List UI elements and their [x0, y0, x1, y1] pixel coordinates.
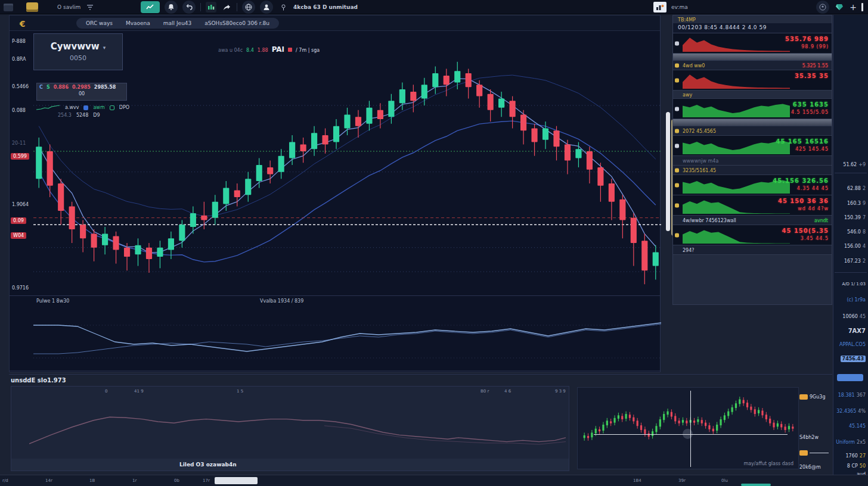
- watchlist-row[interactable]: 3235/5161.45: [673, 166, 832, 175]
- row-price: 45 165 16516425 145.45: [776, 138, 829, 153]
- subpanel-divider: [10, 295, 660, 296]
- watchlist-row[interactable]: [673, 54, 832, 61]
- right-panel-item-10: 8 CP50: [847, 463, 866, 469]
- watchlist-row[interactable]: 4wd ww05.325 1.55: [673, 61, 832, 70]
- tab-0[interactable]: ORC ways: [86, 20, 113, 26]
- euro-logo-icon: €: [17, 18, 28, 29]
- globe-icon[interactable]: [242, 1, 255, 14]
- toolbar-divider: [237, 3, 237, 11]
- stats-icon[interactable]: [653, 2, 666, 13]
- right-panel-item-3[interactable]: 7456.43: [841, 356, 866, 362]
- right-panel-item-6: 32.43654%: [836, 409, 866, 414]
- symbol-name: Cywvwvw▾: [34, 41, 122, 52]
- right-axis-value-8: (c) 1r9a: [847, 297, 866, 303]
- subpanel-center-label: Vvalba 1934 / 839: [260, 298, 303, 304]
- watchlist-tag: TB:4MP: [673, 15, 832, 23]
- app-logo-icon[interactable]: [26, 2, 38, 12]
- row-value: avndt: [814, 217, 828, 223]
- axis-suffix: 2: [863, 258, 866, 264]
- share-arrow-icon[interactable]: [221, 2, 232, 13]
- right-panel-item-7: 45.145: [849, 423, 866, 429]
- watchlist-row[interactable]: 294?: [673, 245, 832, 255]
- undo-arrow-icon[interactable]: [182, 1, 196, 14]
- watchlist-row[interactable]: 45 150 36 36wd 4d 4?w: [673, 195, 832, 216]
- row-sparkline: [683, 35, 790, 52]
- chart-mode-button[interactable]: [141, 1, 160, 13]
- profile-circle-icon[interactable]: [816, 1, 829, 14]
- row-label: 294?: [683, 247, 695, 253]
- row-price: 535.76 98998.9 (99): [785, 35, 829, 51]
- watchlist-row[interactable]: 4w/wwbr 7456123wallavndt: [673, 216, 832, 225]
- watchlist-row[interactable]: 535.76 98998.9 (99): [673, 33, 832, 54]
- left-axis-label-2: 0.5466: [12, 84, 29, 89]
- watchlist-row[interactable]: 2072 45.4565: [673, 126, 832, 136]
- price-sub: 4.35 44 45: [773, 185, 829, 192]
- right-axis-value-6: 167.232: [844, 258, 866, 264]
- row-label: 4wd ww0: [683, 63, 705, 68]
- price-main: 535.76 989: [785, 35, 829, 43]
- axis-suffix: 7: [863, 215, 866, 220]
- watchlist-row[interactable]: wwwwnjw m4a: [673, 156, 832, 166]
- left-axis-label-9: 0.9716: [12, 285, 29, 291]
- row-icon: [675, 129, 679, 133]
- price-sub: 3.45 44.5: [782, 235, 829, 242]
- row-price: 45 150(5.353.45 44.5: [782, 227, 829, 242]
- right-axis-value-2: 160.39: [847, 201, 866, 206]
- watchlist-row[interactable]: 45 150(5.353.45 44.5: [673, 225, 832, 245]
- horizontal-scrollbar-thumb[interactable]: [215, 477, 258, 484]
- bell-icon[interactable]: [165, 1, 178, 14]
- top-toolbar: O savlim: [0, 0, 868, 14]
- vertical-scrollbar[interactable]: [666, 112, 670, 231]
- watchlist-row[interactable]: awy: [673, 91, 832, 99]
- watchlist-row[interactable]: 45.156 326.564.35 44 45: [673, 175, 832, 195]
- pin-icon[interactable]: [278, 2, 289, 13]
- price-sub: wd 4d 4?w: [778, 205, 829, 213]
- candlestick-view-icon[interactable]: [206, 2, 216, 13]
- time-tick-6: 1B4: [633, 478, 641, 483]
- time-tick-4: 0b: [174, 478, 179, 483]
- watchlist-row[interactable]: 635 16354.5 155/5.05: [673, 99, 832, 119]
- candlestick-chart[interactable]: [33, 52, 661, 294]
- panel-suffix: 50: [860, 463, 866, 469]
- chart-header: € ORC waysMvaoenamall Jeu43aSOHsS80eco0 …: [10, 15, 660, 31]
- price-main: 35.35 35: [795, 72, 829, 80]
- bottom-left-chart-panel[interactable]: 041 91 5B0 r4 69 3 9 Liled O3 ozawab4n: [11, 386, 569, 471]
- user-icon[interactable]: [260, 1, 273, 14]
- panel-suffix: 45: [860, 314, 866, 319]
- left-axis-label-7: 0.09: [11, 217, 26, 224]
- watchlist-row[interactable]: 45 165 16516425 145.45: [673, 136, 832, 156]
- bottom-left-tick-5: 9 3 9: [555, 389, 566, 394]
- panel-suffix: 367: [857, 392, 866, 398]
- add-button[interactable]: +: [850, 2, 857, 12]
- crosshair-vertical: [690, 391, 691, 467]
- watchlist-row[interactable]: [673, 119, 832, 126]
- bottom-left-label: Liled O3 ozawab4n: [179, 462, 237, 468]
- row-icon: [675, 144, 679, 148]
- mini-candle-panel[interactable]: may/affut glass dasd: [577, 387, 799, 469]
- price-main: 45 150 36 36: [778, 197, 829, 205]
- blue-button[interactable]: [837, 374, 863, 381]
- tab-1[interactable]: Mvaoena: [126, 20, 150, 26]
- tab-3[interactable]: aSOHsS80eco0 306 r.8u: [204, 20, 269, 26]
- volume-line-subchart[interactable]: [33, 307, 661, 367]
- right-panel-item-8: Uniform2x5: [836, 440, 866, 445]
- tab-2[interactable]: mall Jeu43: [163, 20, 192, 26]
- mini-panel-side-item-3: 20k6@m: [799, 465, 821, 470]
- topbar-center-group: 4kcba 63 D unmituad: [141, 0, 358, 14]
- stats-label: ev:ma: [671, 4, 688, 10]
- menu-icon[interactable]: [4, 4, 13, 11]
- watchlist-sidebar: TB:4MP 00/1203 8:45 4.8444 2 4.0 59 535.…: [672, 15, 832, 305]
- watchlist-rows: 535.76 98998.9 (99)4wd ww05.325 1.5535.3…: [673, 33, 832, 255]
- row-label: awy: [683, 92, 692, 97]
- row-price: 45.156 326.564.35 44 45: [773, 177, 829, 192]
- chevron-down-icon: ▾: [103, 45, 106, 51]
- filter-icon[interactable]: [85, 2, 96, 13]
- watchlist-row[interactable]: 35.35 35: [673, 70, 832, 91]
- trading-app: O savlim: [0, 0, 868, 486]
- left-axis-label-3: 0.088: [12, 108, 26, 113]
- secondary-scrollbar-thumb[interactable]: [741, 484, 771, 486]
- price-main: 45 165 16516: [776, 138, 829, 145]
- gem-icon[interactable]: [834, 2, 845, 13]
- row-sparkline: [683, 101, 790, 117]
- trend-line-chart: [29, 394, 566, 460]
